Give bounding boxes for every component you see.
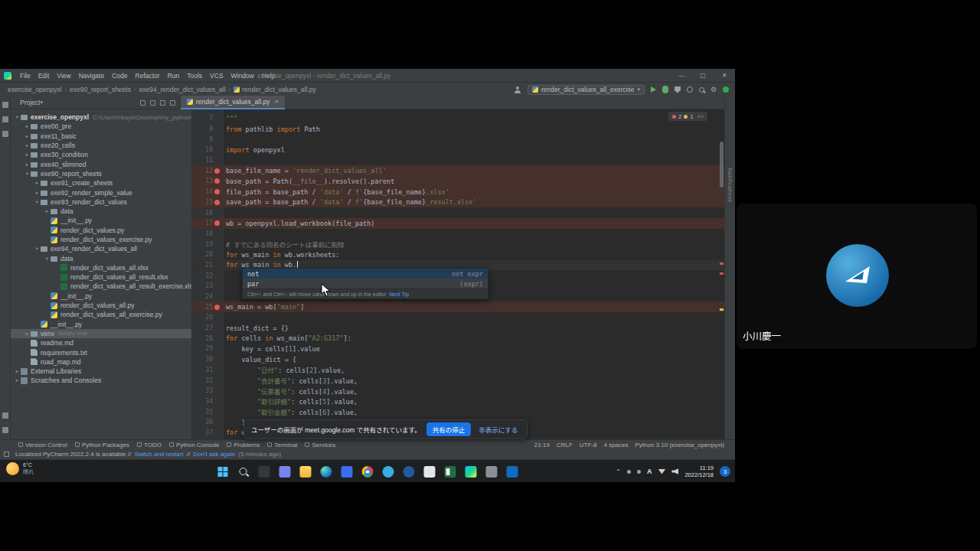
chevron-icon[interactable]: ▸ xyxy=(34,190,41,196)
switch-restart-link[interactable]: Switch and restart xyxy=(134,451,183,458)
debug-button[interactable] xyxy=(662,86,668,93)
menu-view[interactable]: View xyxy=(53,72,74,80)
tree-item[interactable]: ▸exe92_render_simple_value xyxy=(11,187,191,197)
status-widget[interactable]: UTF-8 xyxy=(580,442,597,448)
chrome-icon[interactable] xyxy=(362,466,374,478)
line-number[interactable]: 22 xyxy=(191,272,213,279)
toolwindow-button[interactable]: Services xyxy=(305,442,335,448)
settings-icon[interactable] xyxy=(160,100,165,106)
close-icon[interactable]: ✕ xyxy=(714,72,735,79)
dont-ask-link[interactable]: Don't ask again xyxy=(193,451,235,458)
line-number[interactable]: 26 xyxy=(191,314,213,321)
line-number[interactable]: 14 xyxy=(191,188,213,195)
completion-item[interactable]: notnot expr xyxy=(243,269,488,279)
tree-item[interactable]: ▾data xyxy=(11,253,191,262)
status-widget[interactable]: CRLF xyxy=(557,442,573,448)
thunderbird-icon[interactable] xyxy=(403,466,415,478)
line-number[interactable]: 24 xyxy=(191,293,213,300)
excel-icon[interactable] xyxy=(445,466,456,478)
ime-indicator[interactable]: A xyxy=(647,468,652,475)
tray-icon[interactable] xyxy=(637,470,641,474)
editor-tab[interactable]: render_dict_values_all.py ✕ xyxy=(181,96,285,109)
menu-navigate[interactable]: Navigate xyxy=(75,72,109,80)
task-view-icon[interactable] xyxy=(259,466,270,478)
line-number[interactable]: 17 xyxy=(191,220,213,227)
line-number[interactable]: 21 xyxy=(191,262,213,269)
toolwindow-button[interactable]: Problems xyxy=(227,442,260,448)
menu-edit[interactable]: Edit xyxy=(34,72,54,80)
line-number[interactable]: 11 xyxy=(191,157,213,164)
hide-banner-button[interactable]: 非表示にする xyxy=(476,423,520,435)
breakpoint-icon[interactable] xyxy=(214,200,220,205)
tree-item[interactable]: render_dict_values_all_result_exercise.x… xyxy=(11,282,191,291)
tree-item[interactable]: ▸exe20_cells xyxy=(11,141,191,150)
tree-item[interactable]: road_map.md xyxy=(11,357,191,367)
breakpoint-icon[interactable] xyxy=(214,168,220,174)
line-number[interactable]: 15 xyxy=(191,199,213,206)
file-explorer-icon[interactable] xyxy=(300,466,312,478)
project-panel-header[interactable]: Project ▾ xyxy=(11,96,181,109)
project-toolwindow-icon[interactable] xyxy=(2,102,8,108)
coverage-button[interactable] xyxy=(675,86,681,93)
profiler-button[interactable] xyxy=(687,86,693,93)
chevron-icon[interactable]: ▾ xyxy=(34,199,41,205)
tree-item[interactable]: ▸exe40_slimmed xyxy=(11,159,191,168)
menu-code[interactable]: Code xyxy=(108,72,131,80)
line-number[interactable]: 29 xyxy=(191,345,213,352)
chevron-icon[interactable]: ▸ xyxy=(14,368,21,374)
notifications-toolwindow-button[interactable]: Notifications xyxy=(727,168,733,203)
breakpoint-icon[interactable] xyxy=(214,189,220,194)
chevron-icon[interactable]: ▾ xyxy=(14,114,21,120)
error-stripe-mark[interactable] xyxy=(720,272,724,275)
tree-item[interactable]: ▾exe90_report_sheets xyxy=(11,169,191,178)
line-number[interactable]: 32 xyxy=(191,377,213,384)
line-number[interactable]: 19 xyxy=(191,241,213,248)
chevron-icon[interactable]: ▸ xyxy=(34,180,41,186)
tree-item[interactable]: ▾exe94_render_dict_values_all xyxy=(11,244,191,253)
breakpoint-icon[interactable] xyxy=(214,220,220,226)
chevron-icon[interactable]: ▸ xyxy=(24,161,31,168)
line-number[interactable]: 37 xyxy=(191,429,213,436)
tree-item[interactable]: ▾exe93_render_dict_values xyxy=(11,197,191,207)
tray-icon[interactable] xyxy=(627,470,631,474)
line-number[interactable]: 36 xyxy=(191,419,213,425)
chevron-icon[interactable]: ▾ xyxy=(34,246,41,252)
chevron-icon[interactable]: ▸ xyxy=(14,377,21,383)
line-number[interactable]: 35 xyxy=(191,409,213,416)
tree-item[interactable]: ▸data xyxy=(11,207,191,216)
tree-item[interactable]: ▸venvlibrary root xyxy=(11,329,191,338)
minimize-icon[interactable]: — xyxy=(671,72,692,79)
volume-icon[interactable] xyxy=(671,468,678,474)
line-number[interactable]: 30 xyxy=(191,356,213,363)
status-widget[interactable]: 4 spaces xyxy=(603,442,628,448)
tree-item[interactable]: ▸exe11_basic xyxy=(11,132,191,141)
tree-item[interactable]: requirements.txt xyxy=(11,347,191,357)
line-number[interactable]: 34 xyxy=(191,398,213,405)
maximize-icon[interactable]: ▢ xyxy=(692,72,714,79)
tree-item[interactable]: ▸External Libraries xyxy=(11,367,191,376)
tree-item[interactable]: render_dict_values_all_result.xlsx xyxy=(11,272,191,282)
taskbar-clock[interactable]: 11:19 2022/12/18 xyxy=(684,465,714,478)
stop-sharing-button[interactable]: 共有の停止 xyxy=(426,422,472,436)
scrollbar-thumb[interactable] xyxy=(720,142,724,187)
chat-icon[interactable] xyxy=(279,466,291,478)
inspections-widget[interactable]: 2 1 ˄˅ xyxy=(668,112,707,121)
locate-file-icon[interactable] xyxy=(140,100,145,106)
menu-tools[interactable]: Tools xyxy=(183,72,206,80)
status-widget[interactable]: Python 3.10 (exercise_openpyxl) xyxy=(635,442,724,448)
line-number[interactable]: 23 xyxy=(191,282,213,289)
menu-window[interactable]: Window xyxy=(227,72,258,80)
tree-item[interactable]: render_dict_values_all_exercise.py xyxy=(11,310,191,319)
mail-icon[interactable] xyxy=(341,466,353,478)
tree-item[interactable]: ▸Scratches and Consoles xyxy=(11,376,191,385)
line-number[interactable]: 9 xyxy=(191,136,213,143)
tree-item[interactable]: __init__.py xyxy=(11,216,191,225)
menu-file[interactable]: File xyxy=(16,72,34,80)
toolwindow-button[interactable]: Python Packages xyxy=(75,442,129,448)
tree-item[interactable]: __init__.py xyxy=(11,320,191,329)
menu-run[interactable]: Run xyxy=(164,72,184,80)
chevron-icon[interactable]: ▾ xyxy=(24,171,31,177)
chevron-icon[interactable]: ▸ xyxy=(24,123,31,129)
line-number[interactable]: 27 xyxy=(191,324,213,331)
search-icon[interactable] xyxy=(238,466,250,478)
